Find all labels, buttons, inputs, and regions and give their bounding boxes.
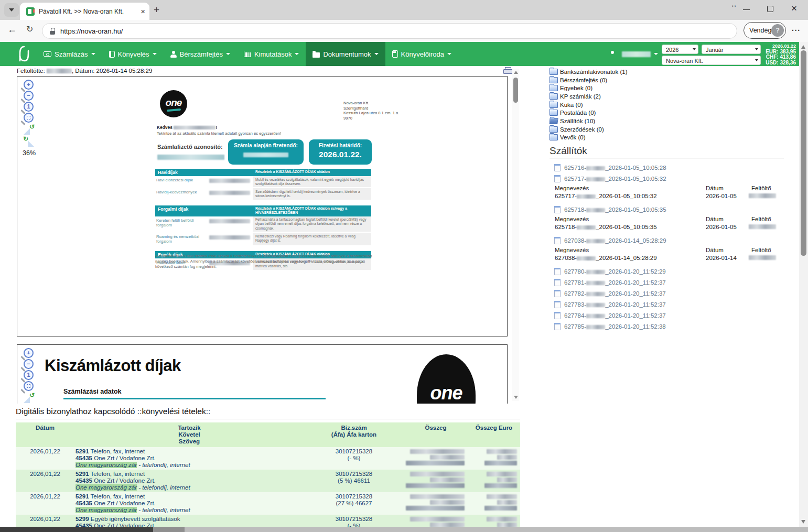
zoom-in-button[interactable]: + bbox=[24, 80, 34, 90]
actual-size-button[interactable]: 1 bbox=[24, 102, 34, 112]
reload-button[interactable]: ↻ bbox=[26, 24, 33, 34]
menu-item[interactable]: Számlázás bbox=[37, 42, 102, 66]
rotate-left-button[interactable]: ↺ bbox=[23, 127, 35, 135]
tab-list-chevron-button[interactable] bbox=[4, 3, 19, 17]
window-maximize-button[interactable] bbox=[767, 6, 773, 12]
tab-resize-icon[interactable]: ↔ bbox=[730, 1, 737, 9]
section-title: Forgalmi díjak bbox=[155, 205, 253, 216]
scrollbar-thumb[interactable] bbox=[513, 78, 518, 103]
feltolto-redacted bbox=[749, 224, 776, 229]
menu-item[interactable]: Könyvelés bbox=[102, 42, 164, 66]
folder-item[interactable]: Szerződések (0) bbox=[550, 125, 796, 134]
file-item[interactable]: 625718-_2026-01-05_10:05:35 bbox=[550, 204, 796, 215]
scroll-down-icon[interactable] bbox=[514, 396, 518, 399]
rate-date: 2026.01.22 bbox=[761, 44, 796, 49]
ledger-row[interactable]: 2026,01,22 5291 Telefon, fax, internet 4… bbox=[16, 470, 520, 492]
print-icon[interactable] bbox=[503, 67, 512, 74]
row-osszeg-euro bbox=[468, 470, 520, 492]
file-item[interactable]: 627783-_2026-01-20_11:52:37 bbox=[550, 299, 796, 310]
row-osszeg bbox=[404, 470, 468, 492]
scrollbar-thumb[interactable] bbox=[801, 50, 806, 256]
fit-page-button[interactable] bbox=[24, 113, 34, 123]
scrollbar-thumb[interactable] bbox=[0, 527, 153, 532]
file-name: 627781-_2026-01-20_11:52:37 bbox=[564, 279, 666, 286]
file-entry: 627781-_2026-01-20_11:52:37 bbox=[550, 277, 796, 288]
datum-value: 2026-01-05 bbox=[706, 192, 737, 200]
divider bbox=[16, 419, 520, 419]
address-bar[interactable]: https://nova-oran.hu/ bbox=[42, 23, 737, 39]
scroll-up-icon[interactable] bbox=[514, 71, 518, 74]
row-osszeg bbox=[404, 492, 468, 515]
actual-size-button[interactable]: 1 bbox=[24, 370, 34, 380]
file-item[interactable]: 627784-_2026-01-20_11:52:37 bbox=[550, 310, 796, 321]
back-button[interactable]: ← bbox=[7, 24, 17, 35]
company-select[interactable]: Nova-oran Kft. bbox=[662, 56, 761, 65]
file-item[interactable]: 627782-_2026-01-20_11:52:37 bbox=[550, 288, 796, 299]
ledger-header-row: Dátum Tartozik Követel Szöveg Biz.szám (… bbox=[16, 422, 520, 447]
month-select[interactable]: Január bbox=[702, 45, 761, 54]
browser-profile-button[interactable]: Vendég ? bbox=[744, 22, 786, 39]
file-name: 625716-_2026-01-05_10:05:28 bbox=[564, 165, 666, 171]
row-amount-redacted bbox=[209, 179, 250, 183]
folder-label: Bérszámfejtés (0) bbox=[560, 77, 607, 83]
folder-item[interactable]: Vevők (0) bbox=[550, 134, 796, 142]
file-entry: 627780-_2026-01-20_11:52:29 bbox=[550, 266, 796, 277]
zoom-in-button[interactable]: + bbox=[24, 348, 34, 358]
row-label: Havidíj-kedvezmények bbox=[156, 190, 206, 198]
invoice-intro: Tekintse át az aktuális számla kiemelt a… bbox=[157, 131, 281, 136]
horizontal-scrollbar[interactable] bbox=[0, 527, 808, 532]
window-close-button[interactable]: × bbox=[791, 3, 797, 14]
rotate-left-button[interactable]: ↺ bbox=[23, 395, 35, 403]
row-osszeg-euro bbox=[468, 447, 520, 470]
file-details: Megnevezés 627038-_2026-01-14_05:28:29 D… bbox=[555, 246, 796, 262]
folder-item[interactable]: Postaláda (0) bbox=[550, 108, 796, 117]
scroll-up-icon[interactable] bbox=[801, 45, 805, 49]
user-menu-chevron-icon[interactable] bbox=[654, 53, 658, 55]
row-description: Nemzetközi vagy Roaming forgalom keletke… bbox=[253, 233, 371, 245]
folder-item[interactable]: Kuka (0) bbox=[550, 101, 796, 109]
ledger-row[interactable]: 2026,01,22 5291 Telefon, fax, internet 4… bbox=[16, 492, 520, 515]
document-icon bbox=[554, 237, 561, 244]
folder-label: Vevők (0) bbox=[560, 134, 586, 140]
browser-menu-button[interactable]: ··· bbox=[792, 26, 801, 35]
folder-icon bbox=[550, 134, 558, 140]
scrollbar-thumb-shadow bbox=[153, 527, 185, 532]
file-item[interactable]: 625716-_2026-01-05_10:05:28 bbox=[550, 162, 796, 173]
folder-item[interactable]: Egyebek (0) bbox=[550, 84, 796, 92]
site-favicon-icon bbox=[26, 7, 35, 16]
documents-sidebar: Bankszámlakivonatok (1) Bérszámfejtés (0… bbox=[550, 68, 796, 332]
rotate-right-button[interactable]: ↻ bbox=[23, 139, 35, 147]
folder-item[interactable]: Szállítók (10) bbox=[550, 117, 796, 125]
file-item[interactable]: 627038-_2026-01-14_05:28:29 bbox=[550, 235, 796, 246]
menu-item[interactable]: Kimutatások bbox=[237, 42, 306, 66]
uploaded-info: Feltöltötte: , Dátum: 2026-01-14 05:28:2… bbox=[17, 68, 152, 74]
file-item[interactable]: 627781-_2026-01-20_11:52:37 bbox=[550, 277, 796, 288]
menu-item[interactable]: Dokumentumok bbox=[306, 42, 385, 66]
browser-tab[interactable]: Pávatoll Kft. >> Nova-oran Kft. × bbox=[20, 3, 149, 20]
scroll-down-icon[interactable] bbox=[801, 520, 805, 524]
folder-label: Egyebek (0) bbox=[560, 85, 592, 91]
zoom-out-button[interactable]: − bbox=[24, 91, 34, 101]
window-minimize-button[interactable] bbox=[743, 9, 750, 10]
menu-item[interactable]: Könyvelőiroda bbox=[385, 42, 458, 66]
zoom-out-button[interactable]: − bbox=[24, 359, 34, 369]
menu-item[interactable]: Bérszámfejtés bbox=[164, 42, 237, 66]
viewer-scrollbar[interactable] bbox=[512, 69, 519, 401]
new-tab-button[interactable]: + bbox=[154, 4, 159, 16]
file-details: Megnevezés 625718-_2026-01-05_10:05:35 D… bbox=[555, 215, 796, 231]
fit-page-button[interactable] bbox=[24, 381, 34, 391]
year-select[interactable]: 2026 bbox=[662, 45, 698, 54]
window-scrollbar[interactable] bbox=[799, 42, 808, 527]
folder-icon bbox=[550, 85, 558, 91]
folder-icon bbox=[550, 93, 558, 100]
file-item[interactable]: 627780-_2026-01-20_11:52:29 bbox=[550, 266, 796, 277]
folder-item[interactable]: KP számlák (2) bbox=[550, 92, 796, 101]
folder-item[interactable]: Bankszámlakivonatok (1) bbox=[550, 68, 796, 76]
ledger-row[interactable]: 2026,01,22 5291 Telefon, fax, internet 4… bbox=[16, 447, 520, 470]
partner-tag: One magyarország zár bbox=[76, 462, 137, 468]
file-item[interactable]: 625717-_2026-01-05_10:05:32 bbox=[550, 173, 796, 184]
file-item[interactable]: 627785-_2026-01-20_11:52:38 bbox=[550, 321, 796, 332]
tab-close-icon[interactable]: × bbox=[141, 7, 145, 16]
section-row: Kereten felüli belföldi forgalom Felhasz… bbox=[155, 216, 371, 233]
folder-item[interactable]: Bérszámfejtés (0) bbox=[550, 76, 796, 84]
